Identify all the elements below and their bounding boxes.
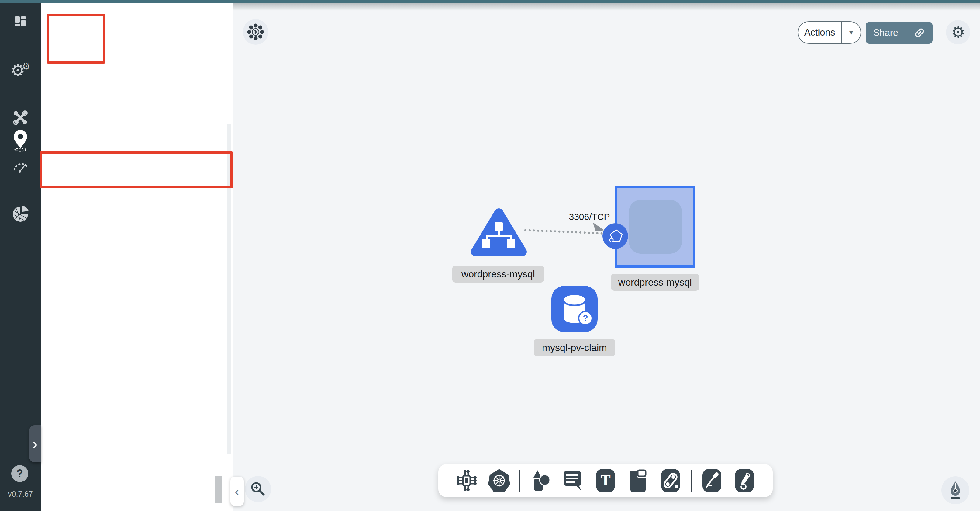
service-port-endpoint[interactable] [603,223,628,249]
node-service-selected[interactable] [615,186,695,268]
gear-icon: ⚙ [951,23,966,42]
sidebar-item-configuration[interactable] [0,109,41,128]
list-scrollbar-track[interactable] [228,125,231,454]
actions-dropdown-toggle[interactable]: ▾ [842,22,861,43]
relationship-chain-icon [661,469,680,492]
drawer-border [232,3,234,511]
design-canvas[interactable] [234,3,980,511]
kubernetes-components-tool[interactable] [487,468,511,493]
zoom-in-button[interactable] [245,476,271,502]
annotation-arrow-tool[interactable] [700,468,724,493]
performance-gauge-icon [11,158,30,173]
relationship-tool[interactable] [659,468,683,493]
notes-tool[interactable] [561,468,585,493]
sidebar-item-kanvas[interactable] [0,129,41,153]
chevron-right-icon: › [32,434,37,453]
configuration-tools-icon [11,109,29,126]
kubernetes-deployment-icon [470,206,528,258]
settings-button[interactable]: ⚙ [946,20,970,45]
actions-label[interactable]: Actions [798,22,842,43]
sidebar-divider [0,121,41,121]
service-inner-shape [629,200,682,254]
text-tool-icon: T [596,469,615,492]
toolbar-divider [691,469,692,492]
freehand-pencil-icon [735,469,754,492]
actions-split-button[interactable]: Actions ▾ [798,21,861,44]
shapes-tool[interactable] [528,468,553,493]
node-pvc[interactable]: ? [551,286,598,332]
help-button[interactable]: ? [11,465,28,482]
edge-port-label: 3306/TCP [566,212,612,222]
collapse-drawer-button[interactable]: ‹ [231,477,244,506]
designs-drawer [41,3,232,511]
service-pentagon-icon [605,225,626,247]
dashboard-icon [12,13,29,30]
node-label-pvc: mysql-pv-claim [534,339,615,356]
share-split-button[interactable]: Share [866,22,932,44]
node-label-deployment: wordpress-mysql [452,265,544,283]
extensions-icon [11,204,30,223]
node-deployment[interactable] [470,206,528,259]
dots-cluster-icon [247,23,265,41]
sticky-note-tool[interactable] [626,468,650,493]
zoom-in-icon [250,481,267,498]
canvas-toolbar: T [438,464,773,497]
pen-nib-icon [946,480,965,500]
sidebar-item-lifecycle[interactable]: ⚙⚙ [0,61,41,80]
sidebar-item-extensions[interactable] [0,204,41,225]
top-accent-bar [0,0,980,3]
kanvas-pin-icon [11,129,30,152]
link-icon [913,26,926,40]
unknown-question-badge: ? [578,311,593,326]
sidebar-item-performance[interactable] [0,158,41,175]
version-label: v0.7.67 [0,490,41,498]
node-label-service: wordpress-mysql [611,274,699,291]
share-label[interactable]: Share [866,22,907,44]
toolbar-divider [520,469,520,492]
chevron-down-icon: ▾ [849,28,853,37]
dots-cluster-button[interactable] [243,19,269,45]
sticky-note-icon [628,469,648,492]
kubernetes-wheel-icon [488,469,510,492]
chevron-left-icon: ‹ [235,483,239,500]
notes-comment-icon [562,469,584,492]
freehand-draw-tool[interactable] [732,468,757,493]
meshery-kanvas-app: ✎ New Save As Comments Actions ▾ Share [0,0,980,511]
components-tool[interactable] [455,468,479,493]
components-circuit-icon [455,469,478,492]
text-tool[interactable]: T [593,468,618,493]
design-pen-button[interactable] [942,476,969,504]
shapes-icon [530,469,551,492]
navigation-sidebar: ⚙⚙ [0,0,41,511]
annotation-pen-arrow-icon [703,469,721,492]
topbar-shadow [234,3,980,11]
sidebar-item-dashboard[interactable] [0,13,41,31]
list-scrollbar-thumb[interactable] [215,476,221,503]
expand-sidebar-button[interactable]: › [29,425,41,462]
copy-link-button[interactable] [907,22,932,44]
